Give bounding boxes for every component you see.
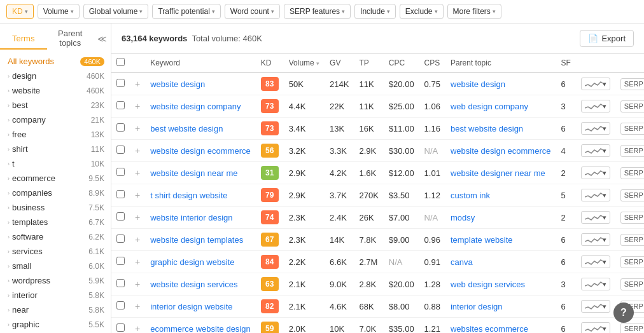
- filter-more[interactable]: More filters ▾: [447, 4, 501, 19]
- serp-button-2[interactable]: SERP ▾: [620, 123, 644, 135]
- row-select-5[interactable]: [116, 190, 125, 198]
- serp-button-7[interactable]: SERP ▾: [620, 234, 644, 246]
- filter-word-count[interactable]: Word count ▾: [225, 4, 280, 19]
- sidebar-item-design[interactable]: › design 460K: [0, 69, 111, 83]
- trend-button-4[interactable]: ▾: [581, 166, 610, 179]
- trend-button-2[interactable]: ▾: [581, 122, 610, 135]
- th-tp[interactable]: TP: [354, 54, 383, 72]
- serp-button-4[interactable]: SERP ▾: [620, 167, 644, 179]
- sidebar-item-best[interactable]: › best 23K: [0, 98, 111, 112]
- trend-button-1[interactable]: ▾: [581, 100, 610, 112]
- parent-topic-link-1[interactable]: web design company: [451, 102, 528, 111]
- serp-button-3[interactable]: SERP ▾: [620, 145, 644, 157]
- row-select-7[interactable]: [116, 234, 125, 243]
- sidebar-item-website[interactable]: › website 460K: [0, 83, 111, 98]
- serp-button-11[interactable]: SERP ▾: [620, 323, 644, 334]
- th-kd[interactable]: KD: [256, 54, 284, 72]
- keyword-link-9[interactable]: website design services: [150, 280, 237, 289]
- row-add-11[interactable]: +: [130, 318, 145, 334]
- row-add-9[interactable]: +: [130, 273, 145, 296]
- keyword-link-6[interactable]: website interior design: [150, 213, 232, 222]
- filter-kd[interactable]: KD ▾: [6, 4, 34, 19]
- parent-topic-link-6[interactable]: modsy: [451, 213, 475, 222]
- row-add-4[interactable]: +: [130, 162, 145, 184]
- row-add-10[interactable]: +: [130, 296, 145, 318]
- keyword-link-2[interactable]: best website design: [150, 124, 223, 133]
- row-add-5[interactable]: +: [130, 184, 145, 207]
- parent-topic-link-3[interactable]: website design ecommerce: [451, 146, 551, 156]
- serp-button-8[interactable]: SERP ▾: [620, 256, 644, 268]
- sidebar-item-wordpress[interactable]: › wordpress 5.9K: [0, 273, 111, 288]
- parent-topic-link-5[interactable]: custom ink: [451, 191, 490, 200]
- keyword-link-5[interactable]: t shirt design website: [150, 191, 227, 200]
- trend-button-3[interactable]: ▾: [581, 144, 610, 157]
- tab-terms[interactable]: Terms: [0, 29, 47, 50]
- serp-button-1[interactable]: SERP ▾: [620, 100, 644, 112]
- keyword-link-10[interactable]: interior design website: [150, 302, 232, 311]
- sidebar-item-companies[interactable]: › companies 8.9K: [0, 186, 111, 200]
- row-select-2[interactable]: [116, 123, 125, 132]
- trend-button-11[interactable]: ▾: [581, 322, 610, 333]
- help-button[interactable]: ?: [613, 302, 634, 323]
- filter-exclude[interactable]: Exclude ▾: [400, 4, 444, 19]
- keyword-link-4[interactable]: website design near me: [150, 168, 237, 178]
- row-select-3[interactable]: [116, 146, 125, 154]
- trend-button-9[interactable]: ▾: [581, 278, 610, 290]
- select-all-checkbox[interactable]: [116, 58, 125, 66]
- row-select-6[interactable]: [116, 212, 125, 221]
- sidebar-item-business[interactable]: › business 7.5K: [0, 200, 111, 215]
- row-add-3[interactable]: +: [130, 140, 145, 162]
- filter-global-volume[interactable]: Global volume ▾: [83, 4, 149, 19]
- parent-topic-link-8[interactable]: canva: [451, 257, 473, 267]
- row-add-8[interactable]: +: [130, 251, 145, 273]
- th-gv[interactable]: GV: [325, 54, 354, 72]
- row-add-2[interactable]: +: [130, 118, 145, 140]
- row-select-9[interactable]: [116, 279, 125, 287]
- serp-button-6[interactable]: SERP ▾: [620, 212, 644, 224]
- serp-button-0[interactable]: SERP ▾: [620, 78, 644, 90]
- row-add-0[interactable]: +: [130, 72, 145, 95]
- row-add-6[interactable]: +: [130, 207, 145, 229]
- trend-button-10[interactable]: ▾: [581, 300, 610, 313]
- trend-button-6[interactable]: ▾: [581, 211, 610, 224]
- row-select-1[interactable]: [116, 101, 125, 109]
- filter-include[interactable]: Include ▾: [354, 4, 396, 19]
- row-select-0[interactable]: [116, 79, 125, 87]
- th-cps[interactable]: CPS: [419, 54, 445, 72]
- sidebar-item-interior[interactable]: › interior 5.8K: [0, 288, 111, 302]
- parent-topic-link-0[interactable]: website design: [451, 79, 505, 89]
- row-add-7[interactable]: +: [130, 229, 145, 251]
- trend-button-7[interactable]: ▾: [581, 233, 610, 246]
- keyword-link-1[interactable]: website design company: [150, 102, 241, 111]
- th-cpc[interactable]: CPC: [384, 54, 419, 72]
- row-select-4[interactable]: [116, 168, 125, 176]
- parent-topic-link-10[interactable]: interior design: [451, 302, 503, 311]
- th-volume[interactable]: Volume ▾: [284, 54, 325, 72]
- trend-button-5[interactable]: ▾: [581, 189, 610, 201]
- sidebar-collapse-btn[interactable]: ≪: [94, 29, 111, 49]
- export-button[interactable]: 📄 Export: [580, 30, 634, 47]
- serp-button-9[interactable]: SERP ▾: [620, 278, 644, 290]
- sidebar-item-small[interactable]: › small 6.0K: [0, 259, 111, 273]
- keyword-link-0[interactable]: website design: [150, 79, 205, 89]
- parent-topic-link-2[interactable]: best website design: [451, 124, 523, 133]
- row-select-11[interactable]: [116, 323, 125, 332]
- sidebar-item-templates[interactable]: › templates 6.7K: [0, 215, 111, 229]
- parent-topic-link-11[interactable]: websites ecommerce: [451, 324, 528, 334]
- row-add-1[interactable]: +: [130, 95, 145, 118]
- row-select-8[interactable]: [116, 257, 125, 265]
- sidebar-item-near[interactable]: › near 5.8K: [0, 302, 111, 317]
- keyword-link-3[interactable]: website design ecommerce: [150, 146, 251, 156]
- sidebar-item-ecommerce[interactable]: › ecommerce 9.5K: [0, 171, 111, 186]
- filter-serp-features[interactable]: SERP features ▾: [284, 4, 351, 19]
- keyword-link-7[interactable]: website design templates: [150, 235, 243, 245]
- serp-button-5[interactable]: SERP ▾: [620, 189, 644, 201]
- tab-parent-topics[interactable]: Parent topics: [47, 24, 94, 54]
- trend-button-8[interactable]: ▾: [581, 255, 610, 268]
- sidebar-item-company[interactable]: › company 21K: [0, 112, 111, 127]
- keyword-link-11[interactable]: ecommerce website design: [150, 324, 251, 334]
- parent-topic-link-9[interactable]: web design services: [451, 280, 525, 289]
- parent-topic-link-7[interactable]: template website: [451, 235, 513, 245]
- sidebar-item-services[interactable]: › services 6.1K: [0, 244, 111, 259]
- keyword-link-8[interactable]: graphic design website: [150, 257, 234, 267]
